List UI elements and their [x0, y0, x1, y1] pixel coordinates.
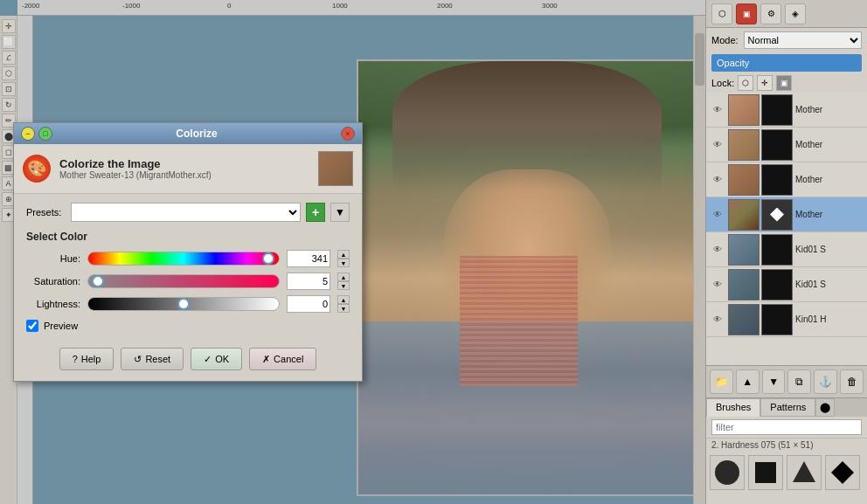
- layer-mask-2: [761, 164, 793, 196]
- panel-btn-2[interactable]: ▣: [736, 3, 757, 24]
- lightness-label: Lightness:: [26, 299, 80, 309]
- lock-pixel-btn[interactable]: ⬡: [738, 75, 753, 91]
- tool-fuzzy[interactable]: ⬡: [2, 66, 16, 80]
- dialog-body: Presets: + ▼ Select Color Hue: ▲ ▼ Satur…: [14, 194, 362, 341]
- hue-thumb[interactable]: [262, 252, 274, 265]
- layer-eye-3[interactable]: 👁: [710, 207, 725, 223]
- mode-select[interactable]: Normal: [744, 31, 862, 49]
- layer-mask-6: [761, 304, 793, 335]
- photo-content: [358, 61, 696, 494]
- brush-item-0[interactable]: [710, 455, 745, 490]
- layer-eye-1[interactable]: 👁: [710, 137, 725, 153]
- patterns-tab[interactable]: Patterns: [760, 398, 815, 417]
- brush-item-2[interactable]: [787, 455, 822, 490]
- layer-eye-0[interactable]: 👁: [710, 102, 725, 118]
- reset-button[interactable]: ↺ Reset: [121, 348, 184, 370]
- hue-slider[interactable]: [87, 252, 280, 266]
- presets-add-button[interactable]: +: [306, 203, 325, 222]
- brushes-tab[interactable]: Brushes: [706, 398, 760, 417]
- lightness-down-btn[interactable]: ▼: [337, 304, 350, 313]
- layer-name-4: Kid01 S: [795, 245, 864, 254]
- scrollbar-vertical[interactable]: [693, 16, 705, 504]
- presets-select[interactable]: [71, 203, 301, 222]
- layer-mask-1: [761, 129, 793, 161]
- close-icon: ×: [345, 129, 350, 138]
- cancel-button[interactable]: ✗ Cancel: [249, 348, 316, 370]
- tool-select[interactable]: ⬜: [2, 35, 16, 49]
- saturation-down-btn[interactable]: ▼: [337, 281, 350, 290]
- presets-del-button[interactable]: ▼: [330, 203, 350, 222]
- new-layer-group-btn[interactable]: 📁: [710, 369, 733, 394]
- layer-thumb-pair-3: [728, 199, 793, 231]
- layer-item-4[interactable]: 👁 Kid01 S: [706, 232, 867, 267]
- hue-up-btn[interactable]: ▲: [337, 250, 350, 259]
- hue-down-btn[interactable]: ▼: [337, 259, 350, 267]
- layer-item-0[interactable]: 👁 Mother: [706, 93, 867, 128]
- layer-item-1[interactable]: 👁 Mother: [706, 128, 867, 162]
- opacity-bar[interactable]: Opacity: [711, 54, 862, 72]
- ruler-mark-2: 0: [227, 2, 231, 10]
- close-button[interactable]: ×: [341, 127, 355, 141]
- saturation-thumb[interactable]: [92, 275, 104, 287]
- brush-item-1[interactable]: [748, 455, 783, 490]
- maximize-button[interactable]: □: [38, 127, 52, 141]
- saturation-slider[interactable]: [87, 274, 280, 288]
- scrollbar-thumb[interactable]: [695, 33, 704, 86]
- layer-thumb-3: [728, 199, 759, 231]
- saturation-value-input[interactable]: [287, 273, 330, 290]
- layer-eye-5[interactable]: 👁: [710, 277, 725, 293]
- layer-eye-2[interactable]: 👁: [710, 172, 725, 188]
- layer-eye-6[interactable]: 👁: [710, 312, 725, 328]
- opacity-label: Opacity: [717, 58, 749, 68]
- tool-lasso[interactable]: 𝓛: [2, 51, 16, 65]
- extra-tab[interactable]: ⬤: [815, 398, 835, 417]
- lightness-thumb[interactable]: [177, 298, 190, 310]
- layer-thumb-pair-2: [728, 164, 793, 196]
- saturation-up-btn[interactable]: ▲: [337, 273, 350, 281]
- layer-mask-4: [761, 234, 793, 266]
- minimize-button[interactable]: −: [21, 127, 35, 141]
- canvas-image: [357, 59, 697, 496]
- panel-btn-4[interactable]: ◈: [785, 3, 806, 24]
- tool-crop[interactable]: ⊡: [2, 82, 16, 96]
- layer-item-5[interactable]: 👁 Kid01 S: [706, 267, 867, 302]
- layer-eye-4[interactable]: 👁: [710, 242, 725, 258]
- preview-checkbox[interactable]: [26, 320, 38, 332]
- delete-layer-btn[interactable]: 🗑: [840, 369, 864, 394]
- anchor-layer-btn[interactable]: ⚓: [814, 369, 837, 394]
- lock-alpha-btn[interactable]: ▣: [776, 75, 792, 91]
- layer-item-3[interactable]: 👁 Mother: [706, 197, 867, 232]
- brush-filter: [706, 417, 867, 438]
- brush-search-input[interactable]: [711, 419, 862, 435]
- saturation-label: Saturation:: [26, 276, 80, 287]
- brush-item-3[interactable]: [825, 455, 860, 490]
- duplicate-layer-btn[interactable]: ⧉: [787, 369, 811, 394]
- panel-toolbar: ⬡ ▣ ⚙ ◈: [706, 0, 867, 28]
- lightness-value-input[interactable]: [287, 295, 330, 313]
- panel-btn-3[interactable]: ⚙: [760, 3, 781, 24]
- lightness-up-btn[interactable]: ▲: [337, 295, 350, 304]
- tool-rotate[interactable]: ↻: [2, 98, 16, 112]
- tool-move[interactable]: ✛: [2, 19, 16, 33]
- lock-label: Lock:: [711, 78, 734, 88]
- lock-pos-btn[interactable]: ✛: [757, 75, 773, 91]
- reset-icon: ↺: [134, 354, 142, 365]
- help-icon: ?: [73, 354, 78, 364]
- layer-item-2[interactable]: 👁 Mother: [706, 162, 867, 197]
- lower-layer-btn[interactable]: ▼: [762, 369, 786, 394]
- colorize-icon: 🎨: [23, 155, 51, 183]
- minimize-icon: −: [25, 129, 30, 138]
- layer-thumb-pair-0: [728, 94, 793, 126]
- ok-button[interactable]: ✓ OK: [191, 348, 242, 370]
- layer-item-6[interactable]: 👁 Kin01 H: [706, 302, 867, 337]
- layer-name-2: Mother: [795, 175, 864, 184]
- saturation-row: Saturation: ▲ ▼: [26, 273, 350, 290]
- ok-label: OK: [215, 354, 229, 364]
- raise-layer-btn[interactable]: ▲: [736, 369, 759, 394]
- presets-label: Presets:: [26, 207, 66, 217]
- panel-btn-1[interactable]: ⬡: [711, 3, 732, 24]
- help-button[interactable]: ? Help: [59, 348, 114, 370]
- layers-list: 👁 Mother 👁 Mother 👁 Mother: [706, 93, 867, 365]
- hue-value-input[interactable]: [287, 250, 330, 267]
- lightness-slider[interactable]: [87, 297, 280, 311]
